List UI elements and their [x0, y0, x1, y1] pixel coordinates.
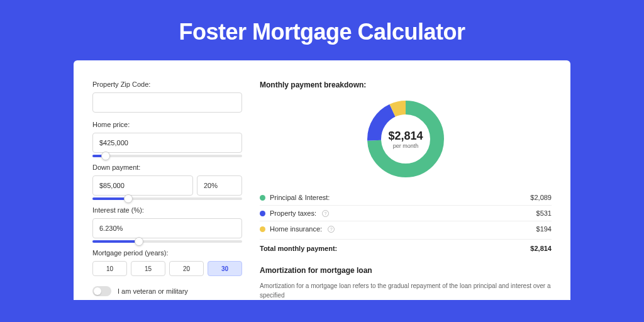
total-label: Total monthly payment: [260, 245, 337, 252]
legend-value: $531 [536, 209, 552, 217]
legend-row: Property taxes:?$531 [260, 206, 552, 221]
period-btn-10[interactable]: 10 [92, 261, 127, 276]
period-btn-20[interactable]: 20 [169, 261, 204, 276]
calculator-card: Property Zip Code: Home price: Down paym… [74, 60, 570, 300]
info-icon[interactable]: ? [322, 210, 329, 217]
rate-label: Interest rate (%): [92, 206, 242, 214]
legend-dot-icon [260, 211, 265, 216]
total-row: Total monthly payment: $2,814 [260, 239, 552, 262]
period-btn-30[interactable]: 30 [208, 261, 242, 276]
legend-row: Home insurance:?$194 [260, 221, 552, 236]
period-options: 10152030 [92, 261, 242, 276]
amort-title: Amortization for mortgage loan [260, 266, 552, 275]
zip-label: Property Zip Code: [92, 80, 242, 88]
legend-value: $194 [536, 225, 552, 233]
form-panel: Property Zip Code: Home price: Down paym… [92, 80, 242, 300]
period-btn-15[interactable]: 15 [131, 261, 165, 276]
period-label: Mortgage period (years): [92, 249, 242, 257]
down-percent-input[interactable] [197, 175, 242, 196]
price-field: Home price: [92, 121, 242, 157]
legend-row: Principal & Interest:$2,089 [260, 190, 552, 206]
info-icon[interactable]: ? [328, 226, 335, 233]
rate-input[interactable] [92, 218, 242, 238]
veteran-toggle[interactable] [92, 286, 111, 296]
donut-sub: per month [388, 143, 423, 149]
veteran-row: I am veteran or military [92, 286, 242, 296]
rate-slider[interactable] [92, 240, 242, 243]
breakdown-title: Monthly payment breakdown: [260, 80, 552, 89]
slider-thumb-icon[interactable] [124, 194, 133, 203]
down-label: Down payment: [92, 164, 242, 171]
zip-field: Property Zip Code: [92, 80, 242, 114]
legend-label: Home insurance: [270, 225, 322, 233]
legend-dot-icon [260, 195, 265, 201]
legend-label: Principal & Interest: [270, 194, 330, 201]
donut-center: $2,814 per month [388, 130, 423, 149]
legend-value: $2,089 [530, 194, 552, 201]
veteran-label: I am veteran or military [118, 287, 188, 295]
rate-field: Interest rate (%): [92, 206, 242, 243]
down-field: Down payment: [92, 164, 242, 200]
page-title: Foster Mortgage Calculator [0, 0, 644, 60]
zip-input[interactable] [92, 92, 242, 113]
slider-thumb-icon[interactable] [135, 237, 143, 246]
price-input[interactable] [92, 133, 242, 153]
legend-label: Property taxes: [270, 209, 316, 217]
slider-thumb-icon[interactable] [101, 152, 110, 160]
breakdown-panel: Monthly payment breakdown: $2,814 per mo… [260, 80, 552, 300]
price-label: Home price: [92, 121, 242, 128]
total-value: $2,814 [530, 245, 552, 252]
down-amount-input[interactable] [92, 175, 193, 196]
price-slider[interactable] [92, 155, 242, 157]
legend: Principal & Interest:$2,089Property taxe… [260, 190, 552, 236]
legend-dot-icon [260, 226, 265, 232]
donut-chart: $2,814 per month [260, 98, 552, 180]
amort-text: Amortization for a mortgage loan refers … [260, 281, 552, 300]
period-field: Mortgage period (years): 10152030 [92, 249, 242, 276]
donut-value: $2,814 [388, 130, 423, 143]
down-slider[interactable] [92, 197, 242, 200]
